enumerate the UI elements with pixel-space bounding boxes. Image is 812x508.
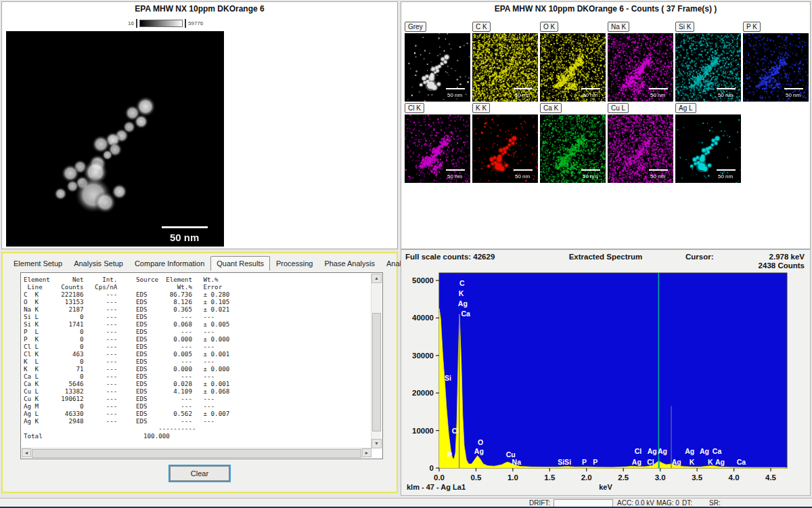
tab-processing[interactable]: Processing [271, 257, 318, 271]
clear-button[interactable]: Clear [170, 466, 229, 481]
horizontal-scrollbar[interactable]: ◄ ► [22, 448, 371, 458]
peak-label-13: P [593, 458, 597, 466]
y-tick-label: 10000 [412, 427, 434, 435]
peak-label-15: Ag [648, 447, 657, 455]
tab-compare-information[interactable]: Compare Information [129, 257, 210, 271]
electron-image-panel: EPA MHW NX 10ppm DKOrange 6 16 59776 [1, 1, 398, 249]
acc-value: ACC: 0.0 kV [617, 499, 654, 507]
map-image-cu-l[interactable] [608, 114, 673, 183]
map-image-grey[interactable] [405, 33, 470, 102]
peak-label-11: SiSi [558, 458, 571, 466]
peak-label-18: Cl [647, 458, 654, 466]
x-tick-label: 4.5 [765, 473, 777, 482]
y-tick-label: 30000 [412, 352, 434, 360]
peak-label-21: Ag [700, 447, 709, 455]
map-tile-o-k[interactable]: O K [540, 20, 606, 102]
dt-label: DT: [682, 499, 692, 507]
map-tile-cu-l[interactable]: Cu L [608, 101, 673, 183]
cursor-counts-value: 2438 Counts [759, 261, 805, 270]
map-label-cu-l: Cu L [608, 103, 629, 113]
x-tick-label: 1.5 [544, 473, 556, 482]
peak-label-23: K [690, 458, 695, 466]
drift-label: DRIFT: [529, 499, 550, 507]
peak-label-4: Si [445, 374, 451, 382]
scroll-left-icon[interactable]: ◄ [22, 448, 31, 457]
peak-label-20: Ag [685, 447, 694, 455]
colorbar-left-cap [136, 19, 137, 28]
map-tile-si-k[interactable]: Si K [675, 20, 741, 102]
peak-label-26: Ca [737, 458, 746, 466]
map-tile-na-k[interactable]: Na K [608, 20, 673, 102]
peak-label-19: Ag [672, 458, 681, 466]
tab-phase-analysis[interactable]: Phase Analysis [319, 257, 380, 271]
x-tick-label: 4.0 [729, 473, 740, 482]
spectrum-panel: Full scale counts: 42629 Extracted Spect… [401, 249, 811, 496]
colorbar-right-cap [185, 19, 186, 28]
map-image-ag-l[interactable] [675, 114, 741, 183]
y-tick-label: 20000 [412, 389, 434, 397]
vertical-scroll-thumb[interactable] [372, 313, 381, 431]
tab-quant-results[interactable]: Quant Results [210, 256, 270, 271]
map-image-k-k[interactable] [472, 114, 538, 183]
map-image-p-k[interactable] [743, 33, 809, 102]
map-label-p-k: P K [743, 22, 761, 32]
electron-image-title: EPA MHW NX 10ppm DKOrange 6 [2, 4, 397, 14]
analysis-tabs: Element SetupAnalysis SetupCompare Infor… [8, 257, 459, 271]
quant-results-text: Element Net Int. Source Element Wt.% Lin… [24, 276, 370, 448]
x-axis-unit-label: keV [401, 483, 810, 491]
peak-label-3: Ca [461, 310, 470, 318]
drift-field [554, 499, 613, 507]
x-tick-label: 2.5 [618, 473, 629, 482]
peak-label-12: P [582, 458, 587, 466]
element-maps-panel: EPA MHW NX 10ppm DKOrange 6 - Counts ( 3… [401, 1, 811, 249]
spectrum-plot[interactable]: CKAgCaSiClPOAgCuNaSiSiPPClAgAgAgClAgAgAg… [401, 270, 811, 483]
quant-results-box: Element Net Int. Source Element Wt.% Lin… [20, 272, 383, 459]
tab-analysis-setup[interactable]: Analysis Setup [68, 257, 129, 271]
peak-label-22: Ca [713, 447, 722, 455]
cursor-kev-value: 2.978 keV [769, 253, 805, 261]
map-label-o-k: O K [540, 22, 558, 32]
peak-label-14: Cl [635, 447, 642, 455]
element-maps-title: EPA MHW NX 10ppm DKOrange 6 - Counts ( 3… [401, 4, 810, 14]
map-tile-ca-k[interactable]: Ca K [540, 101, 606, 183]
y-tick-label: 0 [430, 464, 434, 472]
scroll-up-icon[interactable]: ▲ [371, 274, 382, 283]
sem-electron-image[interactable] [6, 31, 224, 247]
colorbar-min: 16 [128, 20, 134, 26]
map-image-ca-k[interactable] [540, 114, 606, 183]
peak-label-0: C [459, 279, 465, 287]
map-tile-c-k[interactable]: C K [472, 20, 538, 102]
map-tile-grey[interactable]: Grey [405, 20, 470, 102]
peak-label-5: Cl [452, 427, 459, 435]
element-maps-row-2: Cl KK KCa KCu LAg L [405, 101, 743, 183]
map-image-si-k[interactable] [675, 33, 741, 102]
map-image-na-k[interactable] [608, 33, 673, 102]
peak-label-25: Ag [715, 458, 725, 466]
spectrum-plot-area[interactable] [439, 273, 787, 468]
map-label-c-k: C K [472, 22, 491, 32]
map-tile-p-k[interactable]: P K [743, 20, 809, 102]
map-tile-k-k[interactable]: K K [472, 101, 538, 183]
peak-label-24: K [708, 458, 713, 466]
map-image-cl-k[interactable] [405, 114, 470, 183]
peak-label-16: Ag [658, 447, 667, 455]
y-tick-label: 50000 [412, 276, 434, 284]
x-tick-label: 3.5 [692, 473, 703, 482]
mag-value: MAG: 0 [656, 499, 679, 507]
spectrum-title: Extracted Spectrum [401, 253, 810, 261]
map-image-c-k[interactable] [472, 33, 538, 102]
scroll-down-icon[interactable]: ▼ [371, 439, 382, 448]
tab-element-setup[interactable]: Element Setup [8, 257, 68, 271]
x-tick-label: 0.0 [434, 473, 445, 482]
map-tile-ag-l[interactable]: Ag L [675, 101, 741, 183]
map-label-k-k: K K [472, 103, 490, 113]
y-tick-label: 40000 [412, 314, 434, 322]
grayscale-colorbar: 16 59776 [128, 19, 203, 28]
map-image-o-k[interactable] [540, 33, 606, 102]
horizontal-scroll-thumb[interactable] [32, 449, 361, 458]
colorbar-gradient [139, 20, 183, 27]
scroll-right-icon[interactable]: ► [362, 448, 371, 457]
map-tile-cl-k[interactable]: Cl K [405, 101, 470, 183]
vertical-scrollbar[interactable]: ▲ ▼ [371, 274, 382, 448]
map-label-ca-k: Ca K [540, 103, 562, 113]
